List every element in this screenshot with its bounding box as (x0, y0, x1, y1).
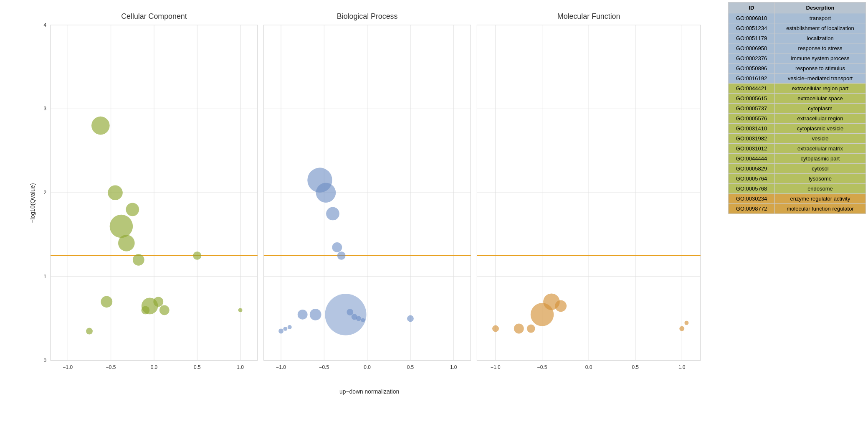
bubble (356, 316, 361, 321)
svg-text:0.0: 0.0 (364, 364, 371, 370)
svg-text:1.0: 1.0 (450, 364, 457, 370)
panel-cellular-component: Cellular Component −1.0 −0.5 0.0 0.5 1.0 (51, 12, 258, 370)
go-description: extracellular space (775, 94, 866, 104)
x-axis-label: up−down normalization (339, 388, 399, 395)
go-id: GO:0005615 (729, 94, 775, 104)
svg-text:1.0: 1.0 (237, 364, 244, 370)
go-id: GO:0002376 (729, 53, 775, 64)
bubble (555, 300, 567, 312)
bubble (101, 296, 112, 308)
go-id: GO:0050896 (729, 64, 775, 74)
svg-text:1.0: 1.0 (678, 364, 686, 370)
table-row: GO:0005829cytosol (729, 164, 866, 174)
table-row: GO:0031012extracellular matrix (729, 144, 866, 154)
bubble (527, 325, 535, 333)
svg-text:4: 4 (44, 22, 47, 28)
y-axis-label: −log10(Qvalue) (29, 183, 36, 223)
svg-text:−0.5: −0.5 (106, 364, 116, 370)
go-description: extracellular region (775, 114, 866, 124)
go-id: GO:0031012 (729, 144, 775, 154)
table-row: GO:0005764lysosome (729, 174, 866, 184)
svg-text:0.0: 0.0 (151, 364, 158, 370)
panel-title-mf: Molecular Function (557, 12, 620, 20)
go-description: vesicle (775, 134, 866, 144)
panel-molecular-function: Molecular Function −1.0 −0.5 0.0 0.5 1.0 (477, 12, 700, 370)
svg-text:0.5: 0.5 (632, 364, 639, 370)
svg-text:−1.0: −1.0 (63, 364, 73, 370)
svg-text:0.5: 0.5 (194, 364, 201, 370)
bubble (492, 325, 499, 332)
svg-text:3: 3 (44, 106, 47, 112)
svg-text:−0.5: −0.5 (537, 364, 547, 370)
panel-biological-process: Biological Process −1.0 −0.5 0.0 0.5 1.0 (264, 12, 471, 370)
bubble (238, 308, 243, 312)
bubble (110, 215, 133, 238)
bubble (298, 310, 308, 320)
table-row: GO:0051179localization (729, 33, 866, 43)
go-id: GO:0051179 (729, 33, 775, 43)
chart-area: −log10(Qvalue) up−down normalization (0, 0, 726, 427)
table-row: GO:0044421extracellular region part (729, 84, 866, 94)
go-description: lysosome (775, 174, 866, 184)
go-id: GO:0031410 (729, 124, 775, 134)
svg-text:0.5: 0.5 (407, 364, 414, 370)
table-row: GO:0030234enzyme regulator activity (729, 194, 866, 204)
bubble (86, 328, 93, 335)
go-id: GO:0016192 (729, 74, 775, 84)
bubble (679, 326, 684, 331)
panel-title-cc: Cellular Component (121, 12, 187, 20)
go-description: establishment of localization (775, 23, 866, 33)
bubble (332, 242, 342, 252)
svg-text:−1.0: −1.0 (491, 364, 501, 370)
go-description: cytoplasmic part (775, 154, 866, 164)
table-row: GO:0005615extracellular space (729, 94, 866, 104)
go-id: GO:0005768 (729, 184, 775, 194)
bubble (407, 315, 414, 322)
go-description: molecular function regulator (775, 204, 866, 214)
table-row: GO:0006810transport (729, 13, 866, 23)
col-header-id: ID (729, 3, 775, 13)
svg-text:2: 2 (44, 190, 47, 196)
go-description: response to stimulus (775, 64, 866, 74)
go-terms-table: ID Descrption GO:0006810transportGO:0051… (728, 2, 866, 214)
go-description: cytosol (775, 164, 866, 174)
go-id: GO:0006950 (729, 43, 775, 53)
bubble (337, 252, 346, 260)
go-id: GO:0031982 (729, 134, 775, 144)
svg-text:1: 1 (44, 274, 47, 280)
go-description: cytoplasmic vesicle (775, 124, 866, 134)
bubble (288, 325, 292, 329)
table-row: GO:0005576extracellular region (729, 114, 866, 124)
go-description: cytoplasm (775, 104, 866, 114)
bubble (326, 207, 339, 221)
bubble (347, 309, 353, 315)
table-row: GO:0002376immune system process (729, 53, 866, 64)
go-description: localization (775, 33, 866, 43)
bubble (361, 318, 365, 322)
go-description: response to stress (775, 43, 866, 53)
bubble (684, 321, 688, 325)
table-row: GO:0044444cytoplasmic part (729, 154, 866, 164)
go-id: GO:0030234 (729, 194, 775, 204)
table-row: GO:0050896response to stimulus (729, 64, 866, 74)
table-row: GO:0005737cytoplasm (729, 104, 866, 114)
go-id: GO:0006810 (729, 13, 775, 23)
go-id: GO:0098772 (729, 204, 775, 214)
go-description: immune system process (775, 53, 866, 64)
table-row: GO:0098772molecular function regulator (729, 204, 866, 214)
table-row: GO:0006950response to stress (729, 43, 866, 53)
col-header-desc: Descrption (775, 3, 866, 13)
bubble-chart: −log10(Qvalue) up−down normalization (25, 8, 722, 402)
go-id: GO:0005576 (729, 114, 775, 124)
go-description: extracellular matrix (775, 144, 866, 154)
bubble (316, 183, 336, 203)
go-description: enzyme regulator activity (775, 194, 866, 204)
bubble (108, 185, 123, 200)
go-id: GO:0005829 (729, 164, 775, 174)
bubble (159, 305, 170, 315)
table-row: GO:0016192vesicle–mediated transport (729, 74, 866, 84)
bubble (126, 203, 139, 216)
go-description: endosome (775, 184, 866, 194)
svg-text:−0.5: −0.5 (319, 364, 329, 370)
bubble (514, 324, 524, 334)
